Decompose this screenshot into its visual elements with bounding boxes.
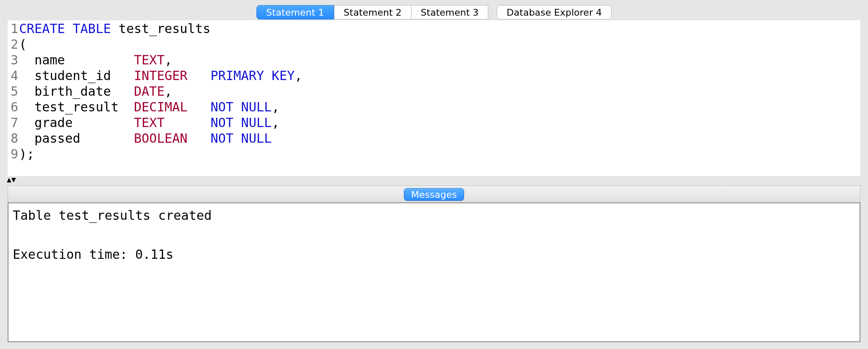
line-number: 8: [8, 130, 19, 146]
code-line[interactable]: );: [19, 146, 302, 162]
messages-tab[interactable]: Messages: [404, 188, 464, 201]
code-line[interactable]: passed BOOLEAN NOT NULL: [19, 130, 302, 146]
line-number: 3: [8, 52, 19, 68]
line-number: 6: [8, 99, 19, 115]
tab-group-right: Database Explorer 4: [497, 5, 612, 19]
messages-line-1: Table test_results created: [13, 208, 212, 223]
code-line[interactable]: student_id INTEGER PRIMARY KEY,: [19, 68, 302, 83]
code-line[interactable]: grade TEXT NOT NULL,: [19, 115, 302, 130]
tab-database-explorer-4[interactable]: Database Explorer 4: [497, 5, 612, 19]
sql-editor[interactable]: 1CREATE TABLE test_results2(3 name TEXT,…: [8, 20, 860, 176]
messages-output[interactable]: Table test_results created Execution tim…: [8, 202, 860, 342]
code-line[interactable]: name TEXT,: [19, 52, 302, 68]
code-line[interactable]: test_result DECIMAL NOT NULL,: [19, 99, 302, 115]
split-handle-icon: ▲▼: [7, 176, 16, 183]
code-line[interactable]: CREATE TABLE test_results: [19, 21, 302, 36]
tab-statement-3[interactable]: Statement 3: [412, 5, 489, 19]
code-line[interactable]: birth_date DATE,: [19, 83, 302, 99]
code-line[interactable]: (: [19, 36, 302, 52]
line-number: 2: [8, 36, 19, 52]
tab-statement-2[interactable]: Statement 2: [334, 5, 412, 19]
results-tabbar: Messages: [8, 186, 860, 202]
line-number: 7: [8, 115, 19, 130]
line-number: 4: [8, 68, 19, 83]
tab-group-left: Statement 1 Statement 2 Statement 3: [256, 5, 488, 19]
line-number: 5: [8, 83, 19, 99]
results-area: Messages Table test_results created Exec…: [8, 186, 860, 342]
line-number: 1: [8, 21, 19, 36]
split-handle[interactable]: ▲▼: [7, 176, 868, 183]
messages-line-3: Execution time: 0.11s: [13, 247, 173, 262]
tab-statement-1[interactable]: Statement 1: [256, 5, 334, 19]
tabs-bar: Statement 1 Statement 2 Statement 3 Data…: [0, 0, 868, 20]
line-number: 9: [8, 146, 19, 162]
